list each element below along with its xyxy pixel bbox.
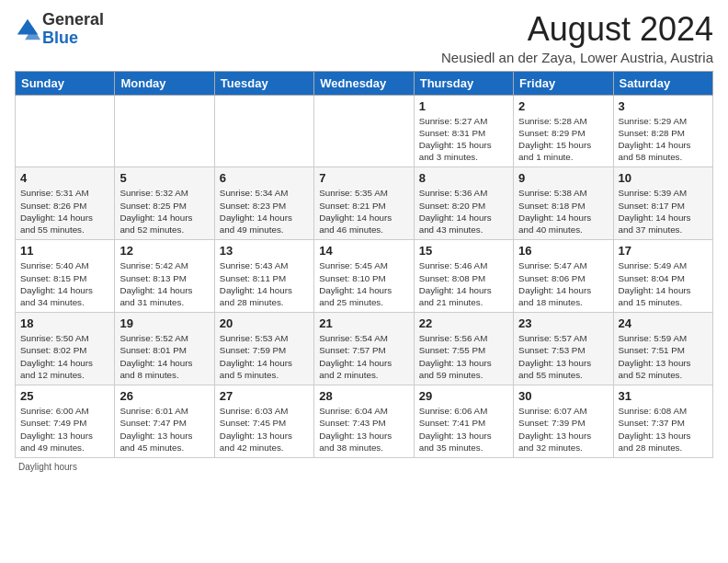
weekday-header-friday: Friday xyxy=(514,71,613,95)
calendar-week-row: 1Sunrise: 5:27 AM Sunset: 8:31 PM Daylig… xyxy=(16,95,713,167)
calendar-cell: 29Sunrise: 6:06 AM Sunset: 7:41 PM Dayli… xyxy=(414,385,513,458)
day-info: Sunrise: 5:40 AM Sunset: 8:15 PM Dayligh… xyxy=(20,259,109,308)
calendar-cell: 4Sunrise: 5:31 AM Sunset: 8:26 PM Daylig… xyxy=(16,167,115,240)
day-info: Sunrise: 5:45 AM Sunset: 8:10 PM Dayligh… xyxy=(319,259,408,308)
logo-text: General Blue xyxy=(42,11,104,48)
day-info: Sunrise: 6:07 AM Sunset: 7:39 PM Dayligh… xyxy=(518,405,608,454)
day-info: Sunrise: 5:27 AM Sunset: 8:31 PM Dayligh… xyxy=(419,115,508,164)
day-number: 15 xyxy=(419,244,508,258)
weekday-header-sunday: Sunday xyxy=(16,71,115,95)
calendar-cell: 10Sunrise: 5:39 AM Sunset: 8:17 PM Dayli… xyxy=(613,167,712,240)
calendar-cell: 7Sunrise: 5:35 AM Sunset: 8:21 PM Daylig… xyxy=(314,167,414,240)
calendar-cell: 31Sunrise: 6:08 AM Sunset: 7:37 PM Dayli… xyxy=(613,385,712,458)
day-info: Sunrise: 5:32 AM Sunset: 8:25 PM Dayligh… xyxy=(119,187,209,236)
day-number: 18 xyxy=(20,316,109,330)
calendar-cell: 22Sunrise: 5:56 AM Sunset: 7:55 PM Dayli… xyxy=(414,313,513,385)
calendar-cell: 20Sunrise: 5:53 AM Sunset: 7:59 PM Dayli… xyxy=(214,313,313,385)
day-number: 3 xyxy=(619,99,708,113)
day-info: Sunrise: 6:06 AM Sunset: 7:41 PM Dayligh… xyxy=(419,405,508,454)
title-area: August 2024 Neusiedl an der Zaya, Lower … xyxy=(441,11,713,65)
footer-note: Daylight hours xyxy=(15,462,713,472)
logo: General Blue xyxy=(15,11,104,48)
calendar-cell: 13Sunrise: 5:43 AM Sunset: 8:11 PM Dayli… xyxy=(214,240,313,313)
calendar-week-row: 11Sunrise: 5:40 AM Sunset: 8:15 PM Dayli… xyxy=(16,240,713,313)
logo-general: General xyxy=(42,10,104,29)
calendar-week-row: 25Sunrise: 6:00 AM Sunset: 7:49 PM Dayli… xyxy=(16,385,713,458)
day-info: Sunrise: 5:47 AM Sunset: 8:06 PM Dayligh… xyxy=(518,259,608,308)
day-info: Sunrise: 6:03 AM Sunset: 7:45 PM Dayligh… xyxy=(220,405,309,454)
calendar-cell: 16Sunrise: 5:47 AM Sunset: 8:06 PM Dayli… xyxy=(514,240,613,313)
weekday-header-monday: Monday xyxy=(115,71,214,95)
calendar-cell: 15Sunrise: 5:46 AM Sunset: 8:08 PM Dayli… xyxy=(414,240,513,313)
day-number: 29 xyxy=(419,389,508,403)
day-info: Sunrise: 5:36 AM Sunset: 8:20 PM Dayligh… xyxy=(419,187,508,236)
day-number: 5 xyxy=(119,171,209,185)
calendar-cell: 18Sunrise: 5:50 AM Sunset: 8:02 PM Dayli… xyxy=(16,313,115,385)
calendar-cell: 21Sunrise: 5:54 AM Sunset: 7:57 PM Dayli… xyxy=(314,313,414,385)
day-number: 22 xyxy=(419,316,508,330)
weekday-header-wednesday: Wednesday xyxy=(314,71,414,95)
calendar-cell: 17Sunrise: 5:49 AM Sunset: 8:04 PM Dayli… xyxy=(613,240,712,313)
calendar-cell: 19Sunrise: 5:52 AM Sunset: 8:01 PM Dayli… xyxy=(115,313,214,385)
calendar-cell xyxy=(115,95,214,167)
calendar-cell: 26Sunrise: 6:01 AM Sunset: 7:47 PM Dayli… xyxy=(115,385,214,458)
calendar-cell: 12Sunrise: 5:42 AM Sunset: 8:13 PM Dayli… xyxy=(115,240,214,313)
calendar-cell: 2Sunrise: 5:28 AM Sunset: 8:29 PM Daylig… xyxy=(514,95,613,167)
day-number: 23 xyxy=(518,316,608,330)
day-info: Sunrise: 6:08 AM Sunset: 7:37 PM Dayligh… xyxy=(619,405,708,454)
day-info: Sunrise: 5:56 AM Sunset: 7:55 PM Dayligh… xyxy=(419,332,508,381)
day-info: Sunrise: 5:39 AM Sunset: 8:17 PM Dayligh… xyxy=(619,187,708,236)
subtitle: Neusiedl an der Zaya, Lower Austria, Aus… xyxy=(441,50,713,65)
day-number: 11 xyxy=(20,244,109,258)
day-number: 9 xyxy=(518,171,608,185)
day-info: Sunrise: 5:57 AM Sunset: 7:53 PM Dayligh… xyxy=(518,332,608,381)
calendar-cell xyxy=(16,95,115,167)
calendar-cell: 24Sunrise: 5:59 AM Sunset: 7:51 PM Dayli… xyxy=(613,313,712,385)
day-number: 14 xyxy=(319,244,408,258)
day-number: 8 xyxy=(419,171,508,185)
weekday-header-saturday: Saturday xyxy=(613,71,712,95)
day-number: 6 xyxy=(220,171,309,185)
calendar-cell: 6Sunrise: 5:34 AM Sunset: 8:23 PM Daylig… xyxy=(214,167,313,240)
day-number: 16 xyxy=(518,244,608,258)
header-area: General Blue August 2024 Neusiedl an der… xyxy=(15,11,713,65)
day-number: 17 xyxy=(619,244,708,258)
calendar-cell: 5Sunrise: 5:32 AM Sunset: 8:25 PM Daylig… xyxy=(115,167,214,240)
day-info: Sunrise: 6:01 AM Sunset: 7:47 PM Dayligh… xyxy=(119,405,209,454)
calendar-cell: 14Sunrise: 5:45 AM Sunset: 8:10 PM Dayli… xyxy=(314,240,414,313)
day-number: 28 xyxy=(319,389,408,403)
day-number: 7 xyxy=(319,171,408,185)
day-info: Sunrise: 5:38 AM Sunset: 8:18 PM Dayligh… xyxy=(518,187,608,236)
calendar-cell xyxy=(214,95,313,167)
calendar: SundayMondayTuesdayWednesdayThursdayFrid… xyxy=(15,71,713,458)
day-number: 12 xyxy=(119,244,209,258)
weekday-header-tuesday: Tuesday xyxy=(214,71,313,95)
day-number: 27 xyxy=(220,389,309,403)
day-number: 25 xyxy=(20,389,109,403)
day-info: Sunrise: 5:52 AM Sunset: 8:01 PM Dayligh… xyxy=(119,332,209,381)
calendar-cell: 11Sunrise: 5:40 AM Sunset: 8:15 PM Dayli… xyxy=(16,240,115,313)
day-number: 30 xyxy=(518,389,608,403)
calendar-cell: 30Sunrise: 6:07 AM Sunset: 7:39 PM Dayli… xyxy=(514,385,613,458)
calendar-cell: 25Sunrise: 6:00 AM Sunset: 7:49 PM Dayli… xyxy=(16,385,115,458)
calendar-header-row: SundayMondayTuesdayWednesdayThursdayFrid… xyxy=(16,71,713,95)
day-info: Sunrise: 5:42 AM Sunset: 8:13 PM Dayligh… xyxy=(119,259,209,308)
logo-icon xyxy=(15,17,40,42)
day-info: Sunrise: 5:34 AM Sunset: 8:23 PM Dayligh… xyxy=(220,187,309,236)
day-number: 20 xyxy=(220,316,309,330)
page: General Blue August 2024 Neusiedl an der… xyxy=(0,0,728,479)
calendar-cell: 9Sunrise: 5:38 AM Sunset: 8:18 PM Daylig… xyxy=(514,167,613,240)
weekday-header-thursday: Thursday xyxy=(414,71,513,95)
day-info: Sunrise: 5:54 AM Sunset: 7:57 PM Dayligh… xyxy=(319,332,408,381)
calendar-cell: 23Sunrise: 5:57 AM Sunset: 7:53 PM Dayli… xyxy=(514,313,613,385)
calendar-cell: 8Sunrise: 5:36 AM Sunset: 8:20 PM Daylig… xyxy=(414,167,513,240)
main-title: August 2024 xyxy=(441,11,713,48)
day-number: 1 xyxy=(419,99,508,113)
calendar-cell: 27Sunrise: 6:03 AM Sunset: 7:45 PM Dayli… xyxy=(214,385,313,458)
day-info: Sunrise: 5:28 AM Sunset: 8:29 PM Dayligh… xyxy=(518,115,608,164)
day-info: Sunrise: 6:00 AM Sunset: 7:49 PM Dayligh… xyxy=(20,405,109,454)
day-number: 26 xyxy=(119,389,209,403)
day-info: Sunrise: 5:59 AM Sunset: 7:51 PM Dayligh… xyxy=(619,332,708,381)
calendar-week-row: 4Sunrise: 5:31 AM Sunset: 8:26 PM Daylig… xyxy=(16,167,713,240)
calendar-week-row: 18Sunrise: 5:50 AM Sunset: 8:02 PM Dayli… xyxy=(16,313,713,385)
